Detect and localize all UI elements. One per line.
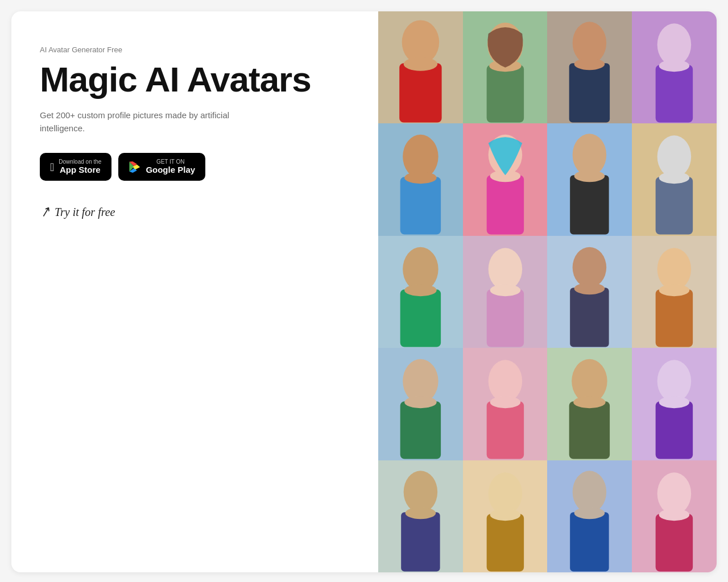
svg-point-11 — [659, 60, 690, 72]
svg-point-38 — [404, 397, 437, 409]
app-store-button[interactable]:  Download on the App Store — [40, 153, 111, 181]
google-play-button[interactable]: GET IT ON Google Play — [118, 153, 205, 181]
svg-rect-16 — [486, 176, 523, 235]
svg-rect-43 — [569, 402, 610, 459]
svg-rect-1 — [399, 63, 441, 122]
avatar-cell-10 — [463, 236, 548, 348]
avatar-cell-14 — [463, 348, 548, 460]
page-wrapper: AI Avatar Generator Free Magic AI Avatar… — [0, 0, 728, 582]
svg-point-2 — [403, 57, 437, 71]
svg-point-47 — [659, 397, 690, 409]
avatar-cell-8 — [632, 123, 717, 235]
avatar-cell-12 — [632, 236, 717, 348]
avatar-cell-3 — [547, 11, 632, 123]
hero-subtitle: AI Avatar Generator Free — [40, 45, 350, 54]
svg-rect-4 — [486, 65, 523, 122]
avatar-cell-18 — [463, 460, 548, 572]
avatar-cell-2 — [463, 11, 548, 123]
google-play-icon — [129, 161, 141, 173]
svg-rect-10 — [656, 65, 693, 122]
svg-rect-34 — [656, 289, 693, 347]
svg-point-27 — [488, 248, 522, 290]
avatar-cell-1 — [378, 11, 463, 123]
svg-rect-49 — [401, 512, 440, 571]
svg-point-57 — [657, 472, 692, 514]
hero-avatar-grid — [378, 11, 717, 572]
hero-left: AI Avatar Generator Free Magic AI Avatar… — [11, 11, 378, 572]
avatar-cell-15 — [547, 348, 632, 460]
svg-rect-25 — [400, 289, 440, 347]
svg-rect-28 — [486, 289, 523, 347]
hero-title: Magic AI Avatars — [40, 61, 350, 98]
avatar-cell-17 — [378, 460, 463, 572]
avatar-cell-9 — [378, 236, 463, 348]
avatar-cell-16 — [632, 348, 717, 460]
try-free-text: Try it for free — [55, 206, 115, 219]
avatar-cell-4 — [632, 11, 717, 123]
svg-rect-52 — [486, 514, 523, 571]
app-store-text: Download on the App Store — [59, 159, 101, 175]
svg-rect-37 — [400, 402, 440, 459]
store-buttons:  Download on the App Store G — [40, 153, 350, 181]
try-free-container: ↗ Try it for free — [40, 205, 350, 219]
svg-point-8 — [574, 58, 605, 70]
hero-card: AI Avatar Generator Free Magic AI Avatar… — [11, 11, 717, 572]
avatar-cell-19 — [547, 460, 632, 572]
avatar-cell-6 — [463, 123, 548, 235]
svg-point-32 — [574, 282, 605, 294]
svg-rect-31 — [570, 288, 609, 347]
svg-point-35 — [659, 284, 690, 296]
svg-point-23 — [659, 172, 690, 184]
google-play-label-small: GET IT ON — [146, 159, 195, 165]
svg-point-54 — [573, 471, 607, 513]
avatar-cell-5 — [378, 123, 463, 235]
avatar-cell-11 — [547, 236, 632, 348]
svg-point-26 — [404, 284, 437, 296]
svg-rect-55 — [570, 512, 609, 571]
svg-point-14 — [404, 172, 437, 184]
try-free-arrow-icon: ↗ — [38, 203, 52, 221]
svg-point-48 — [403, 471, 437, 513]
svg-point-6 — [573, 22, 607, 64]
app-store-label-small: Download on the — [59, 159, 101, 165]
svg-point-56 — [574, 507, 605, 519]
avatar-cell-20 — [632, 460, 717, 572]
svg-point-50 — [405, 507, 436, 519]
svg-point-45 — [657, 360, 692, 402]
svg-point-44 — [574, 397, 606, 409]
apple-icon:  — [50, 161, 54, 173]
avatar-cell-13 — [378, 348, 463, 460]
svg-point-39 — [488, 360, 522, 402]
google-play-label-large: Google Play — [146, 165, 195, 175]
svg-rect-7 — [569, 63, 610, 122]
svg-point-20 — [574, 171, 605, 182]
svg-point-41 — [490, 397, 520, 409]
svg-point-18 — [573, 134, 607, 176]
svg-rect-13 — [400, 177, 440, 235]
svg-rect-58 — [656, 514, 693, 571]
app-store-label-large: App Store — [59, 165, 101, 175]
svg-point-53 — [490, 509, 520, 521]
svg-point-9 — [657, 23, 692, 65]
avatar-cell-7 — [547, 123, 632, 235]
svg-point-33 — [657, 248, 692, 290]
svg-rect-46 — [656, 402, 693, 459]
svg-rect-40 — [486, 402, 523, 459]
svg-rect-19 — [570, 176, 609, 235]
svg-point-29 — [490, 284, 520, 296]
svg-rect-22 — [656, 177, 693, 235]
svg-point-51 — [488, 472, 522, 514]
svg-point-59 — [659, 509, 690, 521]
hero-description: Get 200+ custom profile pictures made by… — [40, 109, 233, 135]
google-play-text: GET IT ON Google Play — [146, 159, 195, 175]
svg-point-21 — [657, 136, 692, 178]
svg-point-30 — [573, 247, 607, 288]
